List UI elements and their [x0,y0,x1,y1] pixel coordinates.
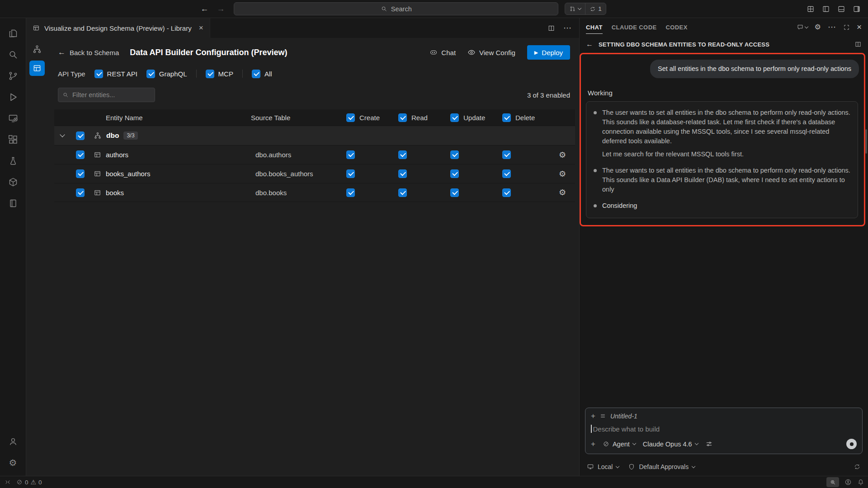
search-icon [381,5,387,12]
create-checkbox[interactable] [346,169,355,178]
settings-gear-icon[interactable]: ⚙ [3,452,24,473]
accessibility-icon[interactable] [844,479,852,486]
run-debug-icon[interactable] [3,86,24,108]
remote-window-icon [5,479,11,485]
toggle-panel-icon[interactable] [837,5,845,13]
all-checkbox[interactable] [252,70,260,78]
approvals-picker[interactable]: Default Approvals [628,463,695,470]
notebook-extension-icon[interactable] [3,192,24,214]
entity-settings-gear-icon[interactable]: ⚙ [559,188,566,197]
chat-settings-gear-icon[interactable]: ⚙ [815,23,821,31]
deploy-button[interactable]: ▶ Deploy [527,45,570,60]
zoom-indicator[interactable] [826,477,839,487]
collapse-chevron-icon[interactable] [60,132,65,137]
source-control-icon[interactable] [3,65,24,86]
explorer-icon[interactable] [3,23,24,44]
open-session-in-editor-icon[interactable] [854,41,862,48]
read-checkbox[interactable] [398,169,407,178]
delete-checkbox[interactable] [502,150,511,159]
row-select-checkbox[interactable] [76,169,85,178]
remote-indicator[interactable] [5,479,11,485]
view-config-button[interactable]: View Config [467,48,515,56]
schema-view-icon[interactable] [29,42,45,57]
close-panel-icon[interactable]: × [857,22,862,32]
agent-thinking-box[interactable]: The user wants to set all entities in th… [586,101,858,218]
command-search-box[interactable]: Search [234,2,558,15]
split-editor-icon[interactable] [547,24,555,32]
database-extension-icon[interactable] [3,171,24,192]
toggle-sidebar-icon[interactable] [822,5,830,13]
row-select-checkbox[interactable] [76,188,85,197]
remote-explorer-icon[interactable] [3,108,24,129]
filter-entities-field[interactable] [72,91,145,99]
tab-codex[interactable]: CODEX [666,18,688,36]
read-checkbox[interactable] [398,150,407,159]
toggle-secondary-sidebar-icon[interactable] [853,5,861,13]
mcp-checkbox[interactable] [206,70,214,78]
dab-configuration-page: ← Back to Schema Data API Builder Config… [48,38,579,476]
editor-more-actions-icon[interactable]: ⋯ [563,23,572,33]
customize-layout-icon[interactable] [807,5,815,13]
entity-settings-gear-icon[interactable]: ⚙ [559,150,566,160]
back-to-schema-link[interactable]: ← Back to Schema [58,48,119,57]
notifications-bell-icon[interactable] [857,479,864,486]
problems-indicator[interactable]: 0 ⚠ 0 [16,479,42,486]
delete-checkbox[interactable] [502,169,511,178]
table-header-row: Entity Name Source Table Create Read Upd… [54,109,575,126]
create-checkbox[interactable] [346,150,355,159]
read-checkbox[interactable] [398,188,407,197]
entity-config-view-icon[interactable] [29,61,45,76]
tab-visualize-design-schema[interactable]: Visualize and Design Schema (Preview) - … [26,18,210,38]
chat-input-box[interactable]: + Untitled-1 Describe what to build + Ag… [585,408,863,454]
model-picker[interactable]: Claude Opus 4.6 [643,441,698,448]
tab-close-icon[interactable]: × [199,23,203,33]
context-file-chip[interactable]: Untitled-1 [610,413,637,420]
testing-icon[interactable] [3,150,24,171]
update-checkbox[interactable] [450,150,459,159]
graphql-checkbox[interactable] [146,70,155,78]
add-context-icon[interactable]: + [591,412,595,420]
copilot-chat-icon [429,48,438,56]
thinking-item: Considering [594,201,850,211]
update-checkbox[interactable] [450,169,459,178]
chat-input-placeholder[interactable]: Describe what to build [593,425,660,433]
tab-chat[interactable]: CHAT [586,18,603,36]
table-row-authors[interactable]: authors dbo.authors ⚙ [54,145,575,164]
mode-picker[interactable]: Agent [603,441,636,448]
row-select-checkbox[interactable] [76,150,85,159]
history-forward-button[interactable]: → [217,4,225,14]
select-all-create-checkbox[interactable] [346,113,355,122]
chat-more-actions-icon[interactable]: ⋯ [828,22,836,32]
schema-group-row[interactable]: dbo 3/3 [54,126,575,145]
accounts-icon[interactable] [3,431,24,452]
chat-sessions-button[interactable] [797,23,808,31]
select-all-read-checkbox[interactable] [398,113,407,122]
chevron-down-icon [616,464,619,468]
update-checkbox[interactable] [450,188,459,197]
delete-checkbox[interactable] [502,188,511,197]
send-button[interactable] [846,439,857,449]
environment-picker[interactable]: Local [587,463,619,470]
maximize-panel-icon[interactable] [843,24,850,31]
history-back-button[interactable]: ← [200,4,208,14]
create-checkbox[interactable] [346,188,355,197]
tab-claude-code[interactable]: CLAUDE CODE [612,18,657,36]
filter-entities-input[interactable] [58,88,155,102]
table-row-books-authors[interactable]: books_authors dbo.books_authors ⚙ [54,164,575,183]
search-view-icon[interactable] [3,44,24,65]
select-all-update-checkbox[interactable] [450,113,459,122]
sync-changes-button[interactable]: 1 [585,3,606,14]
pull-request-button[interactable] [565,3,585,14]
select-all-delete-checkbox[interactable] [502,113,511,122]
chat-button[interactable]: Chat [429,48,456,56]
table-row-books[interactable]: books dbo.books ⚙ [54,183,575,202]
scrollbar-thumb[interactable] [865,129,867,154]
extensions-icon[interactable] [3,129,24,150]
session-back-icon[interactable]: ← [586,40,593,48]
group-select-checkbox[interactable] [76,131,85,140]
session-sync-icon[interactable] [854,463,861,470]
attach-icon[interactable]: + [591,440,595,448]
entity-settings-gear-icon[interactable]: ⚙ [559,169,566,178]
tools-sliders-icon[interactable] [705,440,713,448]
rest-api-checkbox[interactable] [94,70,103,78]
